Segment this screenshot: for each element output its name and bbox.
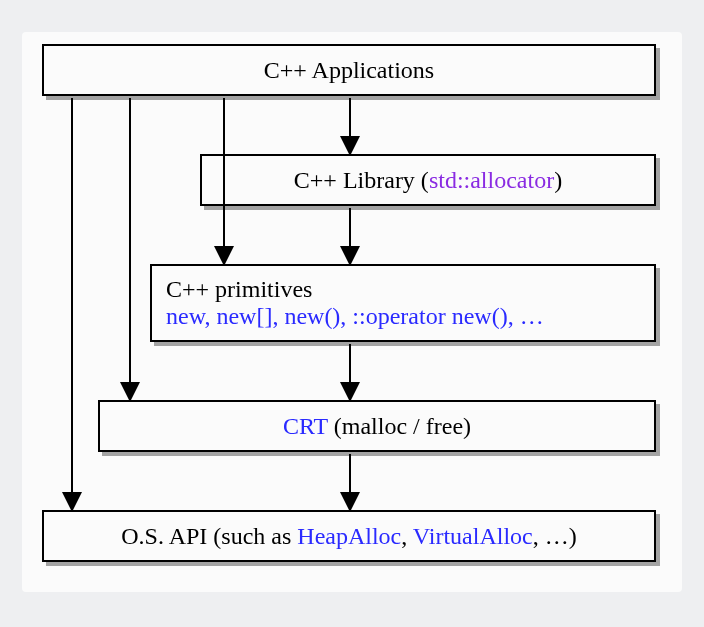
text-osapi: O.S. API (such as HeapAlloc, VirtualAllo… [121,523,576,550]
diagram-canvas: C++ Applications C++ Library (std::alloc… [22,32,682,592]
text-crt: CRT (malloc / free) [283,413,471,440]
box-primitives: C++ primitives new, new[], new(), ::oper… [150,264,656,342]
text-applications: C++ Applications [264,57,434,84]
box-applications: C++ Applications [42,44,656,96]
text-primitives-list: new, new[], new(), ::operator new(), … [166,303,544,330]
text-primitives-title: C++ primitives [166,276,312,303]
text-library: C++ Library (std::allocator) [294,167,562,194]
box-osapi: O.S. API (such as HeapAlloc, VirtualAllo… [42,510,656,562]
box-crt: CRT (malloc / free) [98,400,656,452]
box-library: C++ Library (std::allocator) [200,154,656,206]
